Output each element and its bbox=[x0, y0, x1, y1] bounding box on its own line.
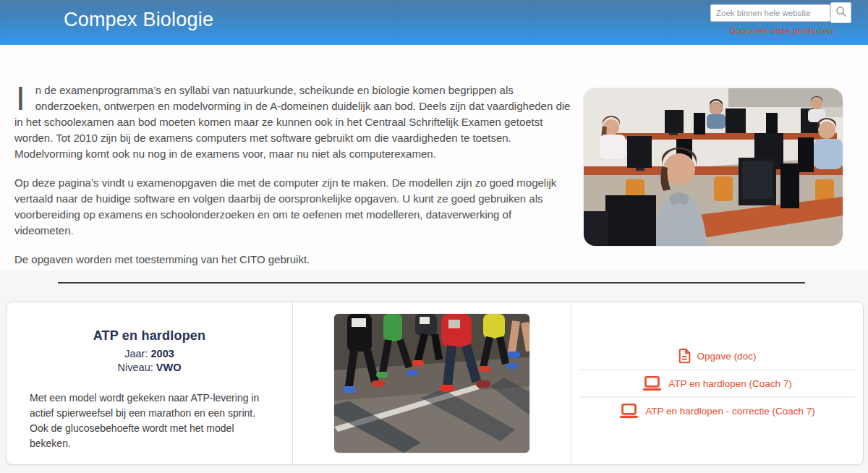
exam-card: ATP en hardlopen Jaar: 2003 Niveau: VWO … bbox=[6, 302, 864, 465]
page: Compex Biologie Doorzoek onze producten … bbox=[0, 0, 868, 473]
card-year: Jaar: 2003 bbox=[7, 348, 292, 359]
link-coach7-correctie[interactable]: ATP en hardlopen - correctie (Coach 7) bbox=[579, 398, 856, 425]
link-label: ATP en hardlopen (Coach 7) bbox=[668, 378, 792, 389]
header: Compex Biologie Doorzoek onze producten bbox=[0, 0, 868, 45]
card-links-column: Opgave (doc) ATP en hardlopen (Coach 7) … bbox=[571, 343, 863, 425]
link-coach7[interactable]: ATP en hardlopen (Coach 7) bbox=[579, 370, 856, 398]
search-icon bbox=[835, 6, 847, 20]
laptop-icon bbox=[642, 376, 662, 391]
products-search-link[interactable]: Doorzoek onze producten bbox=[710, 26, 852, 36]
laptop-icon bbox=[619, 404, 639, 419]
card-photo-column bbox=[293, 302, 571, 464]
search-input[interactable] bbox=[710, 4, 830, 22]
link-label: Opgave (doc) bbox=[697, 351, 757, 362]
intro-paragraph-2: Op deze pagina’s vindt u examenopgaven d… bbox=[14, 175, 573, 239]
search-button[interactable] bbox=[830, 2, 851, 23]
runners-photo bbox=[334, 314, 529, 453]
intro-section: In de examenprogramma’s en syllabi van n… bbox=[0, 45, 868, 270]
intro-paragraph-3: De opgaven worden met toestemming van he… bbox=[14, 252, 573, 268]
intro-text: In de examenprogramma’s en syllabi van n… bbox=[14, 82, 573, 281]
classroom-photo bbox=[584, 88, 843, 246]
card-info-column: ATP en hardlopen Jaar: 2003 Niveau: VWO … bbox=[7, 302, 292, 464]
search-area: Doorzoek onze producten bbox=[710, 0, 855, 45]
section-divider bbox=[58, 282, 805, 284]
site-title[interactable]: Compex Biologie bbox=[64, 9, 213, 31]
document-icon bbox=[678, 349, 691, 364]
link-opgave-doc[interactable]: Opgave (doc) bbox=[579, 343, 856, 370]
link-label: ATP en hardlopen - correctie (Coach 7) bbox=[645, 406, 814, 417]
dropcap: I bbox=[14, 82, 35, 113]
card-title: ATP en hardlopen bbox=[7, 328, 292, 344]
card-description: Met een model wordt gekeken naar ATP-lev… bbox=[30, 391, 269, 451]
intro-paragraph-1: In de examenprogramma’s en syllabi van n… bbox=[14, 82, 573, 162]
card-level: Niveau: VWO bbox=[7, 362, 292, 373]
